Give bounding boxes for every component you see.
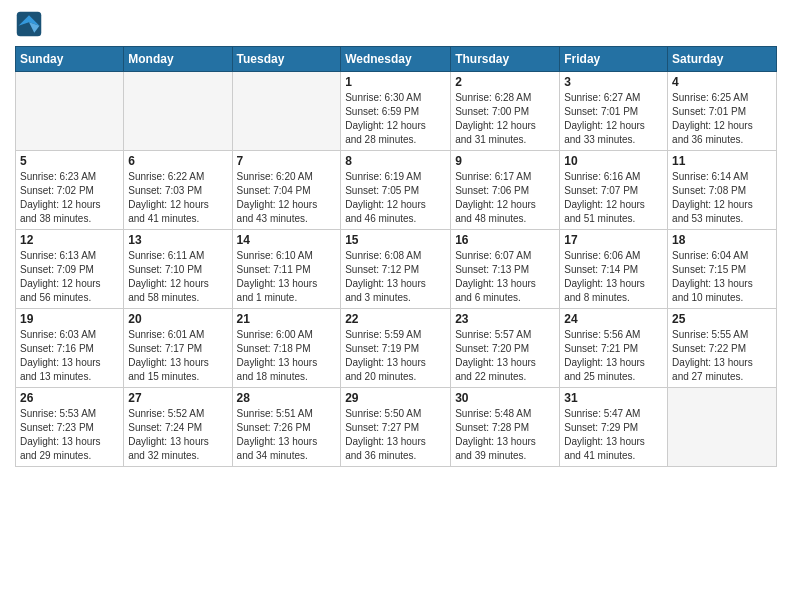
day-number: 9 (455, 154, 555, 168)
day-info: Sunrise: 6:11 AM Sunset: 7:10 PM Dayligh… (128, 249, 227, 305)
calendar-cell: 9Sunrise: 6:17 AM Sunset: 7:06 PM Daylig… (451, 151, 560, 230)
day-info: Sunrise: 5:52 AM Sunset: 7:24 PM Dayligh… (128, 407, 227, 463)
day-number: 23 (455, 312, 555, 326)
page: SundayMondayTuesdayWednesdayThursdayFrid… (0, 0, 792, 612)
calendar-cell (16, 72, 124, 151)
day-number: 5 (20, 154, 119, 168)
calendar-cell: 29Sunrise: 5:50 AM Sunset: 7:27 PM Dayli… (341, 388, 451, 467)
day-info: Sunrise: 6:14 AM Sunset: 7:08 PM Dayligh… (672, 170, 772, 226)
weekday-header-thursday: Thursday (451, 47, 560, 72)
day-number: 15 (345, 233, 446, 247)
calendar-cell: 8Sunrise: 6:19 AM Sunset: 7:05 PM Daylig… (341, 151, 451, 230)
day-info: Sunrise: 6:10 AM Sunset: 7:11 PM Dayligh… (237, 249, 337, 305)
day-info: Sunrise: 6:00 AM Sunset: 7:18 PM Dayligh… (237, 328, 337, 384)
day-number: 31 (564, 391, 663, 405)
calendar-week-row: 12Sunrise: 6:13 AM Sunset: 7:09 PM Dayli… (16, 230, 777, 309)
calendar-cell (232, 72, 341, 151)
day-info: Sunrise: 6:07 AM Sunset: 7:13 PM Dayligh… (455, 249, 555, 305)
day-info: Sunrise: 6:06 AM Sunset: 7:14 PM Dayligh… (564, 249, 663, 305)
calendar-cell: 27Sunrise: 5:52 AM Sunset: 7:24 PM Dayli… (124, 388, 232, 467)
day-info: Sunrise: 6:17 AM Sunset: 7:06 PM Dayligh… (455, 170, 555, 226)
day-info: Sunrise: 6:03 AM Sunset: 7:16 PM Dayligh… (20, 328, 119, 384)
day-number: 20 (128, 312, 227, 326)
logo-icon (15, 10, 43, 38)
day-number: 17 (564, 233, 663, 247)
day-info: Sunrise: 5:57 AM Sunset: 7:20 PM Dayligh… (455, 328, 555, 384)
day-number: 19 (20, 312, 119, 326)
day-info: Sunrise: 5:59 AM Sunset: 7:19 PM Dayligh… (345, 328, 446, 384)
day-number: 10 (564, 154, 663, 168)
logo (15, 10, 47, 38)
day-number: 24 (564, 312, 663, 326)
calendar-table: SundayMondayTuesdayWednesdayThursdayFrid… (15, 46, 777, 467)
day-number: 1 (345, 75, 446, 89)
calendar-cell: 28Sunrise: 5:51 AM Sunset: 7:26 PM Dayli… (232, 388, 341, 467)
day-number: 7 (237, 154, 337, 168)
calendar-cell: 14Sunrise: 6:10 AM Sunset: 7:11 PM Dayli… (232, 230, 341, 309)
calendar-cell: 21Sunrise: 6:00 AM Sunset: 7:18 PM Dayli… (232, 309, 341, 388)
day-info: Sunrise: 6:01 AM Sunset: 7:17 PM Dayligh… (128, 328, 227, 384)
day-info: Sunrise: 6:13 AM Sunset: 7:09 PM Dayligh… (20, 249, 119, 305)
day-info: Sunrise: 5:55 AM Sunset: 7:22 PM Dayligh… (672, 328, 772, 384)
day-info: Sunrise: 6:23 AM Sunset: 7:02 PM Dayligh… (20, 170, 119, 226)
calendar-cell: 5Sunrise: 6:23 AM Sunset: 7:02 PM Daylig… (16, 151, 124, 230)
weekday-header-friday: Friday (560, 47, 668, 72)
day-number: 21 (237, 312, 337, 326)
day-number: 13 (128, 233, 227, 247)
calendar-cell: 24Sunrise: 5:56 AM Sunset: 7:21 PM Dayli… (560, 309, 668, 388)
weekday-header-row: SundayMondayTuesdayWednesdayThursdayFrid… (16, 47, 777, 72)
day-info: Sunrise: 6:20 AM Sunset: 7:04 PM Dayligh… (237, 170, 337, 226)
day-number: 27 (128, 391, 227, 405)
day-info: Sunrise: 5:50 AM Sunset: 7:27 PM Dayligh… (345, 407, 446, 463)
day-number: 11 (672, 154, 772, 168)
calendar-cell (668, 388, 777, 467)
calendar-cell: 13Sunrise: 6:11 AM Sunset: 7:10 PM Dayli… (124, 230, 232, 309)
weekday-header-saturday: Saturday (668, 47, 777, 72)
calendar-cell: 7Sunrise: 6:20 AM Sunset: 7:04 PM Daylig… (232, 151, 341, 230)
calendar-cell: 10Sunrise: 6:16 AM Sunset: 7:07 PM Dayli… (560, 151, 668, 230)
day-info: Sunrise: 5:56 AM Sunset: 7:21 PM Dayligh… (564, 328, 663, 384)
day-info: Sunrise: 6:27 AM Sunset: 7:01 PM Dayligh… (564, 91, 663, 147)
calendar-cell: 2Sunrise: 6:28 AM Sunset: 7:00 PM Daylig… (451, 72, 560, 151)
day-number: 30 (455, 391, 555, 405)
calendar-cell: 22Sunrise: 5:59 AM Sunset: 7:19 PM Dayli… (341, 309, 451, 388)
calendar-cell (124, 72, 232, 151)
day-number: 3 (564, 75, 663, 89)
day-info: Sunrise: 6:28 AM Sunset: 7:00 PM Dayligh… (455, 91, 555, 147)
weekday-header-wednesday: Wednesday (341, 47, 451, 72)
day-number: 28 (237, 391, 337, 405)
day-info: Sunrise: 6:22 AM Sunset: 7:03 PM Dayligh… (128, 170, 227, 226)
day-info: Sunrise: 6:30 AM Sunset: 6:59 PM Dayligh… (345, 91, 446, 147)
day-info: Sunrise: 6:16 AM Sunset: 7:07 PM Dayligh… (564, 170, 663, 226)
day-number: 12 (20, 233, 119, 247)
calendar-cell: 6Sunrise: 6:22 AM Sunset: 7:03 PM Daylig… (124, 151, 232, 230)
calendar-week-row: 26Sunrise: 5:53 AM Sunset: 7:23 PM Dayli… (16, 388, 777, 467)
header (15, 10, 777, 38)
calendar-cell: 4Sunrise: 6:25 AM Sunset: 7:01 PM Daylig… (668, 72, 777, 151)
calendar-week-row: 19Sunrise: 6:03 AM Sunset: 7:16 PM Dayli… (16, 309, 777, 388)
weekday-header-tuesday: Tuesday (232, 47, 341, 72)
day-info: Sunrise: 5:48 AM Sunset: 7:28 PM Dayligh… (455, 407, 555, 463)
calendar-cell: 15Sunrise: 6:08 AM Sunset: 7:12 PM Dayli… (341, 230, 451, 309)
day-info: Sunrise: 6:08 AM Sunset: 7:12 PM Dayligh… (345, 249, 446, 305)
calendar-cell: 23Sunrise: 5:57 AM Sunset: 7:20 PM Dayli… (451, 309, 560, 388)
calendar-cell: 31Sunrise: 5:47 AM Sunset: 7:29 PM Dayli… (560, 388, 668, 467)
day-info: Sunrise: 5:51 AM Sunset: 7:26 PM Dayligh… (237, 407, 337, 463)
calendar-week-row: 1Sunrise: 6:30 AM Sunset: 6:59 PM Daylig… (16, 72, 777, 151)
calendar-cell: 1Sunrise: 6:30 AM Sunset: 6:59 PM Daylig… (341, 72, 451, 151)
day-info: Sunrise: 6:04 AM Sunset: 7:15 PM Dayligh… (672, 249, 772, 305)
day-number: 14 (237, 233, 337, 247)
calendar-cell: 19Sunrise: 6:03 AM Sunset: 7:16 PM Dayli… (16, 309, 124, 388)
calendar-cell: 20Sunrise: 6:01 AM Sunset: 7:17 PM Dayli… (124, 309, 232, 388)
day-info: Sunrise: 6:19 AM Sunset: 7:05 PM Dayligh… (345, 170, 446, 226)
day-number: 4 (672, 75, 772, 89)
day-number: 6 (128, 154, 227, 168)
day-number: 8 (345, 154, 446, 168)
calendar-cell: 3Sunrise: 6:27 AM Sunset: 7:01 PM Daylig… (560, 72, 668, 151)
day-number: 16 (455, 233, 555, 247)
day-number: 22 (345, 312, 446, 326)
day-number: 26 (20, 391, 119, 405)
weekday-header-monday: Monday (124, 47, 232, 72)
day-number: 25 (672, 312, 772, 326)
weekday-header-sunday: Sunday (16, 47, 124, 72)
